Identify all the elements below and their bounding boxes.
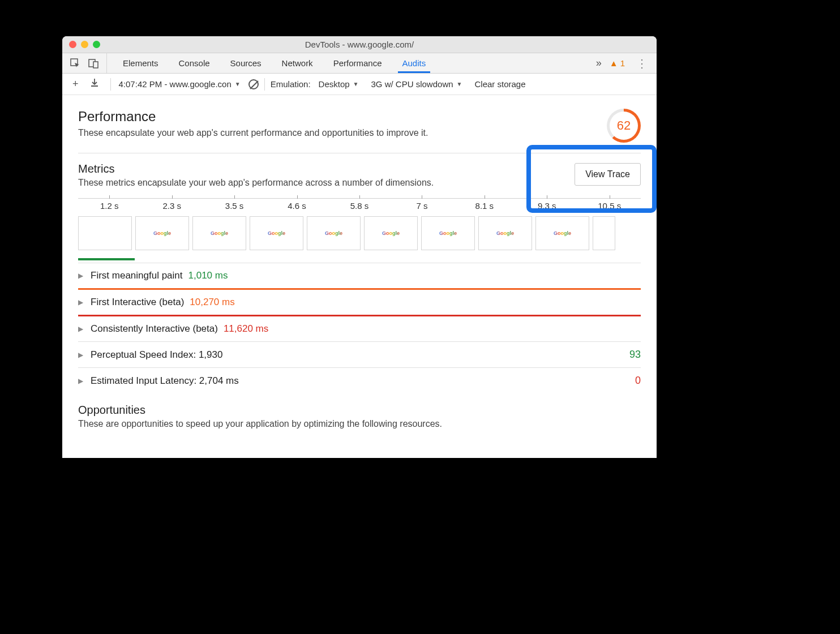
panel-tabs: Elements Console Sources Network Perform… [107, 53, 588, 73]
filmstrip-frame: Google [307, 216, 361, 250]
filmstrip-frame [593, 216, 615, 250]
expand-icon: ▶ [78, 272, 85, 280]
chevron-down-icon: ▼ [235, 81, 241, 87]
metric-label: First Interactive (beta) [91, 297, 184, 308]
inspect-tools [62, 53, 107, 73]
tab-network[interactable]: Network [272, 53, 323, 73]
performance-score-value: 62 [617, 118, 631, 133]
filmstrip-frame: Google [364, 216, 418, 250]
metric-value: 11,620 ms [224, 323, 268, 335]
filmstrip-frame [78, 216, 132, 250]
opportunities-subtitle: These are opportunities to speed up your… [78, 419, 641, 429]
throttling-selector-label: 3G w/ CPU slowdown [371, 79, 453, 89]
emulation-label: Emulation: [271, 79, 311, 89]
device-selector-label: Desktop [319, 79, 350, 89]
timeline-tick: 7 s [391, 201, 453, 211]
device-selector[interactable]: Desktop ▼ [316, 79, 361, 89]
filmstrip-frame: Google [135, 216, 189, 250]
metric-score: 93 [629, 349, 641, 361]
filmstrip-frame: Google [250, 216, 303, 250]
download-report-button[interactable] [84, 78, 105, 90]
filmstrip: Google Google Google Google Google Googl… [78, 216, 641, 250]
tab-elements[interactable]: Elements [113, 53, 169, 73]
timeline-tick: 9.3 s [516, 201, 578, 211]
filmstrip-frame: Google [421, 216, 475, 250]
clear-audit-icon[interactable] [248, 79, 259, 89]
timeline-axis: 1.2 s 2.3 s 3.5 s 4.6 s 5.8 s 7 s 8.1 s … [78, 198, 641, 211]
filmstrip-frame: Google [478, 216, 532, 250]
audits-toolbar: + 4:07:42 PM - www.google.con ▼ Emulatio… [62, 74, 657, 95]
metrics-section-header: Metrics These metrics encapsulate your w… [78, 153, 641, 188]
svg-rect-2 [93, 62, 98, 68]
expand-icon: ▶ [78, 351, 85, 359]
window-title: DevTools - www.google.com/ [62, 40, 657, 49]
timeline-tick: 2.3 s [140, 201, 203, 211]
report-selector-label: 4:07:42 PM - www.google.con [119, 79, 232, 89]
titlebar: DevTools - www.google.com/ [62, 36, 657, 53]
zoom-window-button[interactable] [93, 41, 100, 48]
view-trace-button[interactable]: View Trace [575, 163, 641, 186]
warning-badge[interactable]: ▲ 1 [610, 58, 625, 68]
metric-score: 0 [635, 375, 641, 387]
report-selector[interactable]: 4:07:42 PM - www.google.con ▼ [117, 79, 243, 89]
clear-storage-label: Clear storage [474, 79, 525, 89]
metric-label: First meaningful paint [91, 270, 183, 281]
chevron-down-icon: ▼ [353, 81, 359, 87]
opportunities-title: Opportunities [78, 404, 641, 417]
metrics-title: Metrics [78, 162, 641, 175]
timeline-tick: 4.6 s [265, 201, 328, 211]
expand-icon: ▶ [78, 298, 85, 306]
traffic-lights [62, 41, 100, 48]
tab-console[interactable]: Console [169, 53, 220, 73]
performance-section-header: Performance These encapsulate your web a… [78, 109, 641, 153]
new-audit-button[interactable]: + [67, 78, 84, 90]
opportunities-section: Opportunities These are opportunities to… [78, 393, 641, 435]
performance-subtitle: These encapsulate your web app's current… [78, 128, 428, 138]
devtools-window: DevTools - www.google.com/ Elements Cons… [62, 36, 657, 458]
tab-audits[interactable]: Audits [392, 53, 436, 73]
metric-label: Estimated Input Latency: 2,704 ms [91, 375, 239, 387]
metric-label: Consistently Interactive (beta) [91, 323, 218, 335]
metric-bar [78, 258, 135, 260]
tab-performance[interactable]: Performance [323, 53, 392, 73]
metric-estimated-input-latency[interactable]: ▶ Estimated Input Latency: 2,704 ms 0 [78, 367, 641, 393]
close-window-button[interactable] [69, 41, 76, 48]
metric-consistently-interactive[interactable]: ▶ Consistently Interactive (beta) 11,620… [78, 315, 641, 341]
filmstrip-frame: Google [192, 216, 246, 250]
warning-count: 1 [620, 58, 625, 68]
timeline-tick: 5.8 s [328, 201, 391, 211]
metric-first-interactive[interactable]: ▶ First Interactive (beta) 10,270 ms [78, 288, 641, 315]
timeline-tick: 10.5 s [578, 201, 641, 211]
timeline-tick: 8.1 s [453, 201, 516, 211]
metric-value: 10,270 ms [190, 297, 234, 308]
audit-report: Performance These encapsulate your web a… [62, 95, 657, 458]
minimize-window-button[interactable] [81, 41, 88, 48]
metrics-subtitle: These metrics encapsulate your web app's… [78, 178, 641, 188]
clear-storage-toggle[interactable]: Clear storage [472, 79, 528, 89]
timeline-tick: 1.2 s [78, 201, 140, 211]
more-tabs-button[interactable]: » [588, 57, 610, 69]
metric-label: Perceptual Speed Index: 1,930 [91, 349, 222, 361]
throttling-selector[interactable]: 3G w/ CPU slowdown ▼ [369, 79, 465, 89]
device-toggle-icon[interactable] [88, 58, 98, 68]
chevron-down-icon: ▼ [457, 81, 462, 87]
performance-title: Performance [78, 109, 428, 125]
metric-value: 1,010 ms [188, 270, 228, 281]
tab-sources[interactable]: Sources [220, 53, 272, 73]
metric-perceptual-speed-index[interactable]: ▶ Perceptual Speed Index: 1,930 93 [78, 341, 641, 367]
performance-score-gauge: 62 [607, 109, 641, 143]
expand-icon: ▶ [78, 325, 85, 333]
inspect-element-icon[interactable] [70, 58, 80, 68]
settings-menu-button[interactable]: ⋮ [633, 57, 651, 70]
timeline-tick: 3.5 s [203, 201, 265, 211]
metric-first-meaningful-paint[interactable]: ▶ First meaningful paint 1,010 ms [78, 263, 641, 288]
devtools-tabstrip: Elements Console Sources Network Perform… [62, 53, 657, 74]
filmstrip-frame: Google [535, 216, 589, 250]
warning-icon: ▲ [610, 58, 618, 68]
expand-icon: ▶ [78, 377, 85, 385]
